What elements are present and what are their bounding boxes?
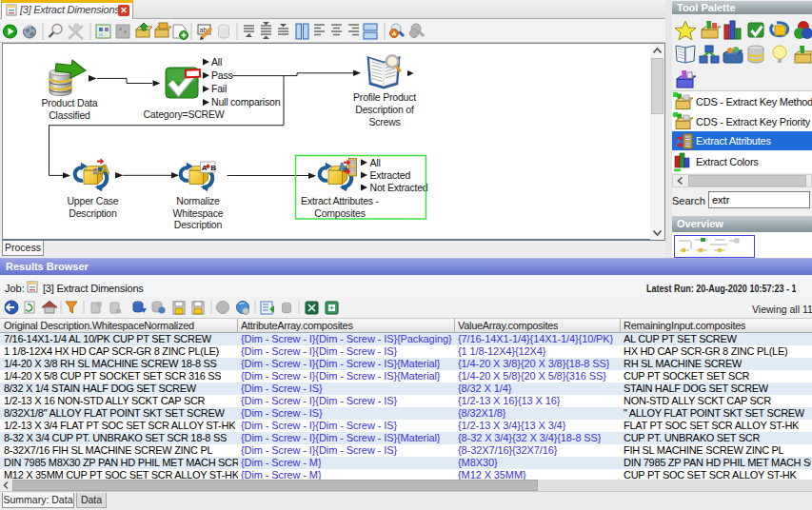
- svg-text:Classified: Classified: [49, 109, 90, 121]
- svg-text:Screws: Screws: [368, 116, 400, 128]
- svg-text:Category=SCREW: Category=SCREW: [143, 108, 224, 120]
- svg-text:Pass: Pass: [211, 69, 233, 81]
- svg-text:All: All: [370, 157, 381, 168]
- svg-text:Extracted: Extracted: [370, 169, 411, 181]
- svg-text:Description: Description: [174, 219, 223, 230]
- svg-text:Profile Product: Profile Product: [353, 91, 416, 103]
- svg-text:Null comparison: Null comparison: [211, 96, 281, 108]
- svg-text:Whitespace: Whitespace: [173, 207, 224, 219]
- svg-text:Description: Description: [69, 207, 117, 219]
- svg-text:Extract Attributes -: Extract Attributes -: [301, 195, 379, 206]
- svg-text:All: All: [211, 56, 222, 68]
- svg-text:Normalize: Normalize: [176, 195, 220, 206]
- svg-text:Fail: Fail: [211, 83, 227, 94]
- svg-text:B: B: [210, 164, 216, 172]
- svg-text:A: A: [100, 162, 110, 177]
- svg-text:Not Extracted: Not Extracted: [370, 182, 428, 193]
- svg-text:Composites: Composites: [314, 207, 365, 219]
- svg-text:Product Data: Product Data: [42, 97, 98, 108]
- svg-text:a: a: [93, 165, 100, 176]
- svg-text:A: A: [202, 164, 208, 172]
- svg-text:Description of: Description of: [355, 104, 414, 115]
- svg-text:Upper Case: Upper Case: [67, 195, 118, 206]
